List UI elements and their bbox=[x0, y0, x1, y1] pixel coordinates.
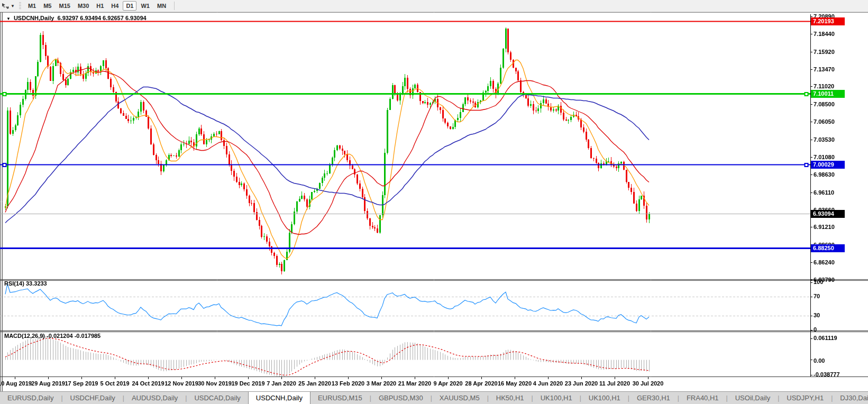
price-axis-label: 7.11020 bbox=[814, 83, 834, 89]
hline-price-tag[interactable]: 6.88250 bbox=[811, 244, 845, 252]
hline-price-tag[interactable]: 7.10011 bbox=[811, 90, 845, 98]
time-axis-label: 30 Jul 2020 bbox=[633, 380, 664, 387]
time-axis-label: 12 Nov 2019 bbox=[165, 380, 198, 387]
chart-tabs: EURUSD,Daily|USDCHF,Daily|AUDUSD,Daily|U… bbox=[0, 392, 868, 404]
time-axis-label: 16 May 2020 bbox=[498, 380, 532, 387]
time-axis-label: 23 Jun 2020 bbox=[565, 380, 598, 387]
price-axis-label: 7.15920 bbox=[814, 49, 835, 55]
chart-tab-bar: EURUSD,Daily|USDCHF,Daily|AUDUSD,Daily|U… bbox=[0, 391, 868, 404]
timeframe-button-h4[interactable]: H4 bbox=[108, 1, 122, 11]
price-axis-label: 7.08500 bbox=[814, 101, 835, 107]
chart-tab-xauusd-m5[interactable]: XAUUSD,M5 bbox=[432, 392, 487, 404]
time-axis-label: 30 Nov 2019 bbox=[198, 380, 232, 387]
chart-symbol-label: USDCNH,Daily bbox=[14, 15, 54, 21]
timeframe-button-w1[interactable]: W1 bbox=[138, 1, 153, 11]
macd-axis-label: 0.00 bbox=[814, 357, 825, 364]
time-axis-label: 25 Jan 2020 bbox=[298, 380, 331, 387]
time-axis-label: 5 Oct 2019 bbox=[100, 380, 129, 387]
hline-price-tag[interactable]: 7.20193 bbox=[811, 17, 845, 25]
rsi-indicator-name: RSI(14) bbox=[4, 280, 24, 287]
chart-tab-eurusd-m15[interactable]: EURUSD,M15 bbox=[310, 392, 370, 404]
toolbar-grip[interactable] bbox=[19, 2, 21, 10]
chart-tab-audusd-daily[interactable]: AUDUSD,Daily bbox=[124, 392, 185, 404]
chart-tab-eurusd-daily[interactable]: EURUSD,Daily bbox=[0, 392, 61, 404]
price-axis-label: 7.18440 bbox=[814, 31, 835, 37]
price-axis-label: 6.98630 bbox=[814, 171, 835, 178]
chart-tab-usoil-daily[interactable]: USOil,Daily bbox=[728, 392, 778, 404]
timeframe-button-mn[interactable]: MN bbox=[154, 1, 169, 11]
timeframe-button-m5[interactable]: M5 bbox=[40, 1, 54, 11]
chart-tab-usdcnh-daily[interactable]: USDCNH,Daily bbox=[248, 392, 310, 404]
time-axis-label: 24 Oct 2019 bbox=[132, 380, 164, 387]
current-price-tag: 6.93094 bbox=[811, 210, 845, 218]
time-axis-label: 19 Dec 2019 bbox=[232, 380, 265, 387]
timeframe-button-h1[interactable]: H1 bbox=[93, 1, 107, 11]
chart-title: ▼USDCNH,Daily 6.93297 6.93494 6.92657 6.… bbox=[6, 15, 147, 21]
price-axis-label: 7.03530 bbox=[814, 136, 835, 143]
chart-window: ▼USDCNH,Daily 6.93297 6.93494 6.92657 6.… bbox=[0, 12, 868, 391]
cursor-tool-icon[interactable] bbox=[1, 2, 10, 10]
time-axis-label: 13 Feb 2020 bbox=[332, 380, 364, 387]
time-axis-label: 3 Mar 2020 bbox=[367, 380, 396, 387]
rsi-current-value: 33.3233 bbox=[26, 280, 47, 287]
timeframe-button-m1[interactable]: M1 bbox=[25, 1, 39, 11]
rsi-axis-label: 100 bbox=[814, 279, 823, 285]
timeframe-button-d1[interactable]: D1 bbox=[123, 1, 136, 11]
macd-indicator-name: MACD(12,26,9) bbox=[4, 333, 45, 339]
macd-axis-label: 0.061119 bbox=[814, 335, 837, 341]
price-axis-label: 7.01080 bbox=[814, 154, 835, 160]
macd-axis-label: -0.038777 bbox=[814, 371, 840, 378]
rsi-axis-label: 70 bbox=[814, 293, 820, 299]
chart-tab-gbpusd-m30[interactable]: GBPUSD,M30 bbox=[371, 392, 431, 404]
time-axis-label: 11 Jul 2020 bbox=[599, 380, 630, 387]
chart-tab-dj30-daily[interactable]: DJ30,Daily bbox=[833, 392, 868, 404]
rsi-axis-label: 0 bbox=[814, 326, 817, 333]
chart-collapse-icon[interactable]: ▼ bbox=[6, 16, 11, 21]
chart-tab-hk50-h1[interactable]: HK50,H1 bbox=[489, 392, 532, 404]
time-axis-label: 9 Apr 2020 bbox=[433, 380, 462, 387]
chart-tab-usdcad-daily[interactable]: USDCAD,Daily bbox=[187, 392, 248, 404]
time-axis-label: 4 Jun 2020 bbox=[533, 380, 563, 387]
timeframe-button-m30[interactable]: M30 bbox=[75, 1, 92, 11]
cursor-tool-dropdown-icon[interactable]: ▼ bbox=[11, 4, 15, 8]
chart-tab-usdjpy-h1[interactable]: USDJPY,H1 bbox=[779, 392, 831, 404]
macd-current-values: -0.021204 -0.017985 bbox=[47, 333, 100, 339]
time-axis-label: 29 Aug 2019 bbox=[31, 380, 65, 387]
time-axis-label: 21 Mar 2020 bbox=[398, 380, 431, 387]
chart-ohlc-values: 6.93297 6.93494 6.92657 6.93094 bbox=[57, 15, 146, 21]
time-axis-label: 10 Aug 2019 bbox=[0, 380, 32, 387]
chart-tab-uk100-h1[interactable]: UK100,H1 bbox=[533, 392, 580, 404]
macd-pane-label: MACD(12,26,9) -0.021204 -0.017985 bbox=[4, 333, 100, 339]
price-chart-canvas[interactable] bbox=[0, 12, 868, 391]
time-axis-label: 28 Apr 2020 bbox=[465, 380, 497, 387]
mt4-window: ▼ M1M5M15M30H1H4D1W1MN ▼USDCNH,Daily 6.9… bbox=[0, 0, 868, 404]
price-axis-label: 7.13470 bbox=[814, 66, 835, 72]
timeframe-button-m15[interactable]: M15 bbox=[56, 1, 73, 11]
time-axis-label: 17 Sep 2019 bbox=[65, 380, 98, 387]
chart-tab-usdchf-daily[interactable]: USDCHF,Daily bbox=[63, 392, 123, 404]
chart-tab-uk100-h1[interactable]: UK100,H1 bbox=[581, 392, 628, 404]
price-axis-label: 6.86240 bbox=[814, 259, 835, 265]
chart-tab-ger30-h1[interactable]: GER30,H1 bbox=[629, 392, 678, 404]
time-axis-label: 7 Jan 2020 bbox=[267, 380, 296, 387]
timeframe-toolbar: ▼ M1M5M15M30H1H4D1W1MN bbox=[0, 0, 868, 12]
chart-tab-fra40-h1[interactable]: FRA40,H1 bbox=[679, 392, 726, 404]
price-axis-label: 6.96110 bbox=[814, 189, 834, 196]
rsi-pane-label: RSI(14) 33.3233 bbox=[4, 280, 47, 287]
hline-price-tag[interactable]: 7.00029 bbox=[811, 161, 845, 169]
timeframe-buttons: M1M5M15M30H1H4D1W1MN bbox=[24, 1, 170, 11]
price-axis-label: 6.91210 bbox=[814, 224, 835, 230]
price-axis-label: 7.06050 bbox=[814, 118, 835, 125]
rsi-axis-label: 30 bbox=[814, 312, 820, 318]
toolbar-separator bbox=[174, 2, 175, 10]
